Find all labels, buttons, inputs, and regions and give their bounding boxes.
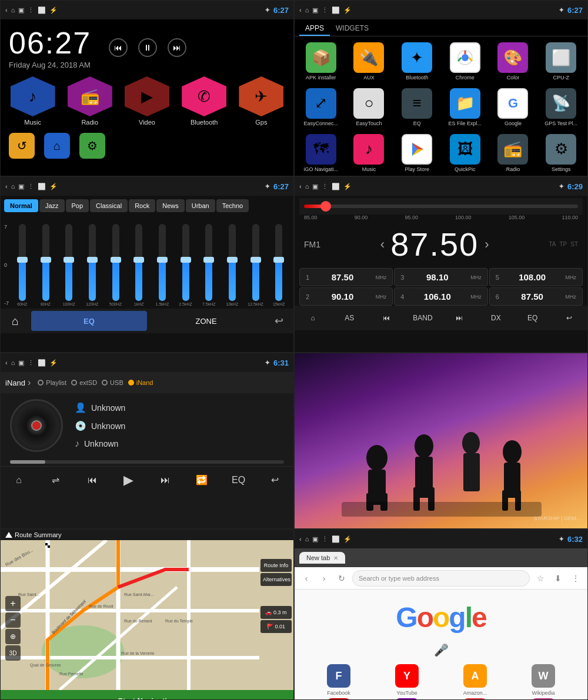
preset-3[interactable]: 3 98.10 MHz: [394, 268, 487, 286]
app-easyconnect[interactable]: ⤢ EasyConnec...: [298, 86, 344, 129]
home-menu-btn[interactable]: ⋮: [28, 6, 34, 14]
prev-btn[interactable]: ⏮: [109, 38, 128, 57]
music-home-btn2[interactable]: ⌂: [1, 475, 37, 485]
app-bluetooth[interactable]: ✆ Bluetooth: [178, 76, 230, 126]
fader-80hz[interactable]: 80HZ: [35, 224, 57, 306]
music-progress-bar[interactable]: [10, 460, 284, 464]
eq-tab-techno[interactable]: Techno: [216, 199, 249, 212]
chrome-menu-statusbtn[interactable]: ⋮: [322, 535, 328, 543]
app-settings[interactable]: ⚙ Settings: [538, 132, 584, 175]
chrome-tab-newtab[interactable]: New tab ✕: [299, 552, 345, 564]
app-igo[interactable]: 🗺 iGO Navigati...: [298, 132, 344, 175]
radio-seek-bar[interactable]: [299, 198, 583, 215]
src-playlist[interactable]: Playlist: [38, 379, 66, 386]
route-info-btn[interactable]: Route Info: [260, 559, 292, 572]
chrome-forward-nav[interactable]: ›: [317, 571, 331, 585]
app-color[interactable]: 🎨 Color: [490, 40, 536, 83]
home-home-btn[interactable]: ⌂: [11, 6, 15, 14]
app-esfile[interactable]: 📁 ES File Expl...: [442, 86, 488, 129]
chrome-reload-btn[interactable]: ↻: [335, 571, 349, 585]
eq-tab-urban[interactable]: Urban: [186, 199, 215, 212]
app-google[interactable]: G Google: [490, 86, 536, 129]
app-apk-installer[interactable]: 📦 APK installer: [298, 40, 344, 83]
next-btn[interactable]: ⏭: [168, 38, 186, 57]
app-easytouch[interactable]: ○ EasyTouch: [346, 86, 392, 129]
fader-15khz[interactable]: 15kHZ: [268, 224, 290, 306]
music-recents-btn[interactable]: ▣: [18, 359, 24, 367]
chrome-star-btn[interactable]: ☆: [533, 571, 547, 585]
app-music-drawer[interactable]: ♪ Music: [346, 132, 392, 175]
radio-back-btn[interactable]: ↩: [551, 314, 587, 322]
fader-12-5khz[interactable]: 12.5kHZ: [245, 224, 267, 306]
chrome-download-btn[interactable]: ⬇: [551, 571, 565, 585]
tab-widgets[interactable]: WIDGETS: [330, 22, 375, 36]
fader-2-5khz[interactable]: 2.5kHZ: [175, 224, 197, 306]
music-back-btn2[interactable]: ↩: [257, 474, 293, 485]
drawer-menu-btn[interactable]: ⋮: [322, 6, 328, 14]
app-playstore[interactable]: Play Store: [394, 132, 440, 175]
eq-tab-rock[interactable]: Rock: [129, 199, 155, 212]
radio-home-btn[interactable]: ⌂: [305, 183, 309, 190]
music-back-btn[interactable]: ‹: [5, 359, 8, 366]
drawer-home-btn[interactable]: ⌂: [305, 6, 309, 14]
fader-1khz[interactable]: 1kHZ: [128, 224, 150, 306]
eq-home-btn[interactable]: ⌂: [11, 183, 15, 190]
preset-4[interactable]: 4 106.10 MHz: [394, 287, 487, 306]
music-menu-btn[interactable]: ⋮: [28, 359, 34, 367]
eq-home-btn[interactable]: ⌂: [1, 314, 30, 328]
drawer-recents-btn[interactable]: ▣: [312, 6, 318, 14]
radio-home-btn[interactable]: ⌂: [295, 314, 331, 322]
eq-eq-btn[interactable]: EQ: [31, 311, 147, 331]
fader-120hz[interactable]: 120HZ: [81, 224, 103, 306]
shortcut-youtube[interactable]: Y YouTube: [375, 664, 439, 696]
app-radio-drawer[interactable]: 📻 Radio: [490, 132, 536, 175]
fader-100hz[interactable]: 100HZ: [58, 224, 80, 306]
chrome-back-statusbtn[interactable]: ‹: [299, 535, 302, 542]
eq-recents-btn[interactable]: ▣: [18, 183, 24, 190]
app-gps[interactable]: ✈ Gps: [235, 76, 288, 126]
pause-btn[interactable]: ⏸: [138, 38, 157, 57]
refresh-icon[interactable]: ↺: [9, 133, 35, 159]
app-music[interactable]: ♪ Music: [6, 76, 59, 126]
home-recents-btn[interactable]: ▣: [18, 6, 24, 14]
radio-as-btn[interactable]: AS: [331, 314, 368, 322]
preset-6[interactable]: 6 87.50 MHz: [489, 287, 583, 306]
inand-arrow[interactable]: ›: [28, 377, 31, 388]
app-gpstest[interactable]: 📡 GPS Test Pl...: [538, 86, 584, 129]
radio-menu-btn[interactable]: ⋮: [322, 183, 328, 190]
radio-recents-btn[interactable]: ▣: [312, 183, 318, 190]
eq-zone-btn[interactable]: ZONE: [148, 317, 264, 326]
tab-apps[interactable]: APPS: [299, 22, 330, 36]
zoom-locate-btn[interactable]: ⊕: [5, 629, 21, 644]
app-quickpic[interactable]: 🖼 QuickPic: [442, 132, 488, 175]
src-inand[interactable]: iNand: [128, 379, 153, 386]
eq-menu-btn[interactable]: ⋮: [28, 183, 34, 190]
fader-1-5khz[interactable]: 1.5kHZ: [151, 224, 173, 306]
music-eq-btn[interactable]: EQ: [220, 475, 257, 485]
freq-next-btn[interactable]: ›: [485, 237, 489, 252]
app-chrome[interactable]: Chrome: [442, 40, 488, 83]
app-eq-drawer[interactable]: ≡ EQ: [394, 86, 440, 129]
music-prev-btn[interactable]: ⏮: [74, 475, 111, 485]
radio-back-btn[interactable]: ‹: [299, 183, 302, 190]
fader-7-5khz[interactable]: 7.5kHZ: [198, 224, 220, 306]
eq-back-btn[interactable]: ‹: [5, 183, 8, 190]
app-aux[interactable]: 🔌 AUX: [346, 40, 392, 83]
chrome-tab-close-btn[interactable]: ✕: [333, 555, 338, 561]
radio-eq-btn[interactable]: EQ: [514, 314, 551, 322]
app-video[interactable]: ▶ Video: [121, 76, 173, 126]
radio-band-btn[interactable]: BAND: [405, 314, 441, 322]
freq-prev-btn[interactable]: ‹: [380, 237, 385, 252]
chrome-home-statusbtn[interactable]: ⌂: [305, 535, 309, 542]
radio-prev-btn[interactable]: ⏮: [368, 314, 405, 322]
start-navigation-btn[interactable]: Start Navigation: [1, 690, 293, 700]
preset-5[interactable]: 5 108.00 MHz: [489, 268, 583, 286]
zoom-out-btn[interactable]: −: [5, 612, 21, 628]
preset-1[interactable]: 1 87.50 MHz: [299, 268, 393, 286]
app-cpuz[interactable]: ⬜ CPU-Z: [538, 40, 584, 83]
music-next-btn[interactable]: ⏭: [147, 475, 183, 485]
zoom-in-btn[interactable]: +: [5, 596, 21, 611]
eq-tab-jazz[interactable]: Jazz: [39, 199, 65, 212]
home-icon[interactable]: ⌂: [44, 133, 70, 159]
app-bluetooth-drawer[interactable]: ✦ Bluetooth: [394, 40, 440, 83]
